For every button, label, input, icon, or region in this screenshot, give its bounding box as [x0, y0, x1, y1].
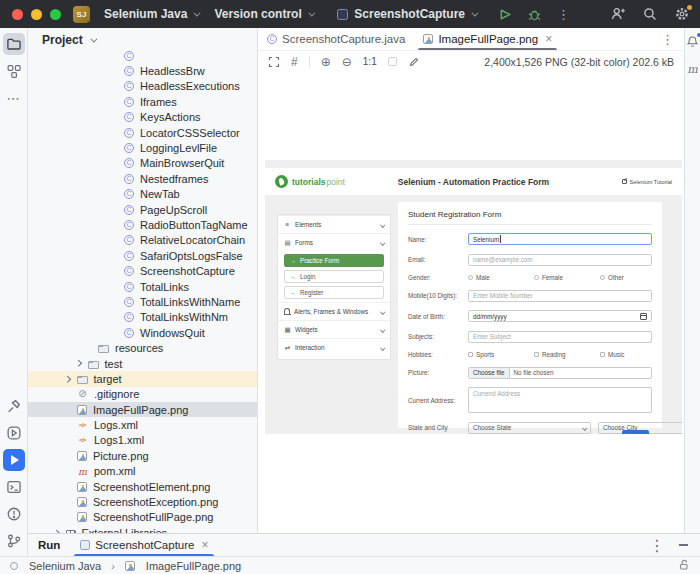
editor-tabs: ScreenshotCapture.java ImageFullPage.png…	[258, 28, 684, 51]
tree-item[interactable]	[28, 48, 257, 63]
window-controls[interactable]	[12, 9, 61, 20]
tree-item[interactable]: NewTab	[28, 187, 257, 202]
form-row-state-city: State and City Choose State	[408, 422, 652, 434]
ide-window: SJ Selenium Java Version control Screens…	[0, 0, 700, 574]
settings-gear-icon[interactable]	[672, 4, 692, 24]
more-actions-button[interactable]: ⋮	[554, 4, 574, 24]
run-tab-screenshotcapture[interactable]: ScreenshotCapture ×	[72, 534, 216, 556]
tree-item[interactable]: ScreenshotCapture	[28, 263, 257, 278]
class-icon	[124, 51, 134, 61]
chevron-right-icon	[64, 376, 70, 382]
chevron-right-icon	[53, 530, 59, 533]
hide-panel-icon[interactable]	[679, 544, 688, 546]
close-window-button[interactable]	[12, 9, 23, 20]
structure-tool-button[interactable]	[3, 60, 25, 82]
checkerboard-toggle-icon[interactable]	[388, 57, 397, 66]
grid-toggle-icon[interactable]: #	[291, 55, 298, 69]
tree-item[interactable]: KeysActions	[28, 110, 257, 125]
class-icon	[124, 251, 134, 261]
tree-item[interactable]: LoggingLevlFile	[28, 140, 257, 155]
tree-item[interactable]: Logs.xml	[28, 417, 257, 432]
fit-zoom-icon[interactable]	[268, 56, 280, 68]
lock-indicator-icon[interactable]	[677, 558, 690, 573]
subjects-field: Enter Subject	[468, 331, 652, 343]
tree-item[interactable]: SafariOptsLogsFalse	[28, 248, 257, 263]
run-configuration-selector[interactable]: ScreenshotCapture	[329, 7, 484, 21]
run-button[interactable]	[494, 4, 514, 24]
tab-imagefullpage-png[interactable]: ImageFullPage.png ×	[414, 28, 561, 50]
form-row-email: Email: name@example.com	[408, 254, 652, 266]
image-icon	[77, 405, 87, 415]
run-panel-options-icon[interactable]: ⋮	[649, 536, 665, 555]
close-tab-icon[interactable]: ×	[545, 32, 552, 46]
project-menu[interactable]: Selenium Java	[96, 7, 206, 21]
class-icon	[124, 128, 134, 138]
form-title: Student Registration Form	[408, 210, 652, 225]
debug-button[interactable]	[524, 4, 544, 24]
tree-item[interactable]: ImageFullPage.png	[28, 402, 257, 417]
class-icon	[124, 266, 134, 276]
project-tool-button[interactable]	[3, 33, 25, 55]
version-control-tool-button[interactable]	[3, 530, 25, 552]
tree-item[interactable]: TotalLinksWithNm	[28, 310, 257, 325]
tree-item[interactable]: pom.xml	[28, 464, 257, 479]
xml-icon	[77, 435, 88, 446]
class-icon	[124, 81, 134, 91]
problems-tool-button[interactable]	[3, 503, 25, 525]
tree-item[interactable]: ScreenshotElement.png	[28, 479, 257, 494]
run-panel-title: Run	[28, 534, 72, 556]
tree-item[interactable]: HeadlessBrw	[28, 63, 257, 78]
services-tool-button[interactable]	[3, 422, 25, 444]
vcs-menu[interactable]: Version control	[206, 7, 320, 21]
minimize-window-button[interactable]	[31, 9, 42, 20]
maven-tool-button[interactable]: m	[687, 63, 697, 76]
tree-item[interactable]: TotalLinks	[28, 279, 257, 294]
tree-item[interactable]: External Libraries	[28, 525, 257, 533]
tab-screenshotcapture-java[interactable]: ScreenshotCapture.java	[258, 28, 414, 50]
form-row-gender: Gender: Male	[408, 274, 652, 281]
build-tool-button[interactable]	[3, 395, 25, 417]
tree-item[interactable]: RelativeLocatorChain	[28, 233, 257, 248]
tree-item[interactable]: ScreenshotFullPage.png	[28, 510, 257, 525]
chevron-down-icon	[471, 9, 478, 16]
tree-item[interactable]: WindowsQuit	[28, 325, 257, 340]
tree-item[interactable]: .gitignore	[28, 387, 257, 402]
actual-size-button[interactable]: 1:1	[363, 56, 377, 67]
tree-item[interactable]: resources	[28, 340, 257, 355]
tree-item[interactable]: PageUpScroll	[28, 202, 257, 217]
run-tool-button[interactable]	[3, 449, 25, 471]
tree-item[interactable]: ScreenshotException.png	[28, 494, 257, 509]
tab-options-icon[interactable]: ⋮	[651, 28, 684, 50]
terminal-tool-button[interactable]	[3, 476, 25, 498]
tree-item[interactable]: target	[28, 371, 257, 386]
tree-item[interactable]: LocatorCSSSelector	[28, 125, 257, 140]
close-tab-icon[interactable]: ×	[201, 538, 208, 552]
zoom-out-icon[interactable]: ⊖	[342, 55, 352, 69]
menu-item: → Login	[284, 270, 384, 283]
tree-item[interactable]: RadioButtonTagName	[28, 217, 257, 232]
notifications-bell-icon[interactable]	[686, 34, 699, 52]
project-tree: HeadlessBrw HeadlessExecutions	[28, 40, 257, 533]
class-icon	[124, 97, 134, 107]
tree-item[interactable]: HeadlessExecutions	[28, 79, 257, 94]
interaction-icon	[284, 344, 291, 352]
class-icon	[124, 143, 134, 153]
tree-item[interactable]: test	[28, 356, 257, 371]
breadcrumb[interactable]: Selenium Java › ImageFullPage.png	[10, 560, 241, 572]
tree-item[interactable]: Nestedframes	[28, 171, 257, 186]
tree-item[interactable]: Logs1.xml	[28, 433, 257, 448]
chevron-down-icon	[380, 240, 385, 245]
tree-item[interactable]: Iframes	[28, 94, 257, 109]
tree-item[interactable]: TotalLinksWithName	[28, 294, 257, 309]
zoom-in-icon[interactable]: ⊕	[321, 55, 331, 69]
more-tool-windows-button[interactable]: ⋯	[3, 87, 25, 109]
tree-item[interactable]: MainBrowserQuit	[28, 156, 257, 171]
code-with-me-icon[interactable]	[608, 4, 628, 24]
edit-externally-icon[interactable]	[408, 56, 420, 68]
search-icon[interactable]	[640, 4, 660, 24]
form-row-picture: Picture: Choose file No file chosen	[408, 367, 652, 379]
tree-item[interactable]: Picture.png	[28, 448, 257, 463]
maximize-window-button[interactable]	[50, 9, 61, 20]
hobby-option: Sports	[468, 351, 534, 358]
hobby-option: Reading	[534, 351, 600, 358]
